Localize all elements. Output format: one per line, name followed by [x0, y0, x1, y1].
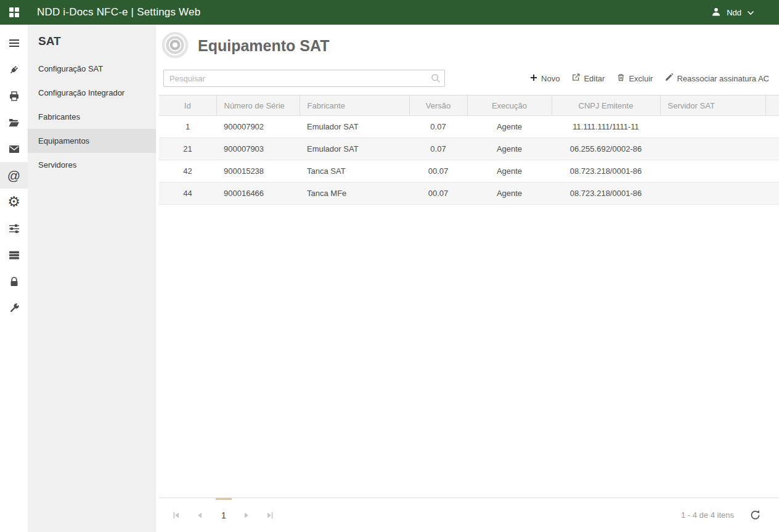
cell[interactable]: 0.07 — [409, 116, 467, 138]
column-header[interactable]: Execução — [467, 96, 552, 116]
cell[interactable]: 44 — [159, 182, 216, 205]
pager-status: 1 - 4 de 4 itens — [681, 510, 761, 520]
cell[interactable]: 900015238 — [216, 160, 300, 182]
column-header[interactable]: Servidor SAT — [660, 96, 765, 116]
action-buttons: Novo Editar Excluir — [530, 73, 769, 83]
edit-icon — [572, 73, 580, 83]
cell[interactable]: 1 — [159, 116, 216, 138]
cell[interactable]: 900007903 — [216, 138, 300, 160]
cell[interactable]: 42 — [159, 160, 216, 182]
cell[interactable]: 0.07 — [409, 138, 467, 160]
novo-button[interactable]: Novo — [530, 74, 560, 83]
lock-icon[interactable] — [0, 268, 28, 295]
cell[interactable]: 08.723.218/0001-86 — [552, 160, 660, 182]
sidebar: SAT Configuração SAT Configuração Integr… — [28, 25, 156, 532]
sidebar-item-configuracao-sat[interactable]: Configuração SAT — [28, 57, 156, 81]
sidebar-item-servidores[interactable]: Servidores — [28, 153, 156, 177]
server-icon[interactable] — [0, 242, 28, 268]
cell[interactable] — [660, 160, 765, 182]
table-header: IdNúmero de SérieFabricanteVersãoExecuçã… — [159, 96, 779, 116]
pager-nav: 1 — [168, 498, 285, 532]
sidebar-item-equipamentos[interactable]: Equipamentos — [28, 129, 156, 153]
editar-button[interactable]: Editar — [572, 73, 605, 83]
table-row[interactable]: 42900015238Tanca SAT00.07Agente08.723.21… — [159, 160, 779, 182]
trash-icon — [617, 73, 625, 83]
column-header[interactable]: CNPJ Emitente — [552, 96, 660, 116]
cell[interactable]: 900016466 — [216, 182, 300, 205]
pager: 1 1 - 4 de 4 itens — [159, 497, 779, 532]
column-header-spacer — [765, 96, 779, 116]
cell[interactable] — [660, 138, 765, 160]
main-content: Equipamento SAT Novo — [156, 25, 779, 532]
sliders-icon[interactable] — [0, 215, 28, 242]
pager-last-button[interactable] — [261, 498, 279, 532]
cell[interactable]: Agente — [467, 160, 552, 182]
cell-spacer — [765, 138, 779, 160]
sat-rings-icon — [161, 31, 189, 61]
cell[interactable]: 00.07 — [409, 160, 467, 182]
cell-spacer — [765, 182, 779, 205]
cell[interactable]: Emulador SAT — [300, 138, 409, 160]
icon-rail: @ ⚙ — [0, 25, 28, 532]
gear-icon[interactable]: ⚙ — [0, 189, 28, 215]
column-header[interactable]: Id — [159, 96, 216, 116]
cell[interactable]: 06.255.692/0002-86 — [552, 138, 660, 160]
reassociar-button[interactable]: Reassociar assinatura AC — [665, 73, 769, 83]
cell[interactable]: Agente — [467, 116, 552, 138]
equipment-table: IdNúmero de SérieFabricanteVersãoExecuçã… — [159, 95, 779, 205]
grid-empty-area — [159, 205, 779, 497]
top-bar: NDD i-Docs NFC-e | Settings Web Ndd — [0, 0, 779, 25]
table-row[interactable]: 44900016466Tanca MFe00.07Agente08.723.21… — [159, 182, 779, 205]
column-header[interactable]: Versão — [409, 96, 467, 116]
cell[interactable]: 21 — [159, 138, 216, 160]
table-row[interactable]: 21900007903Emulador SAT0.07Agente06.255.… — [159, 138, 779, 160]
cell[interactable]: Emulador SAT — [300, 116, 409, 138]
toolbar: Novo Editar Excluir — [163, 69, 769, 88]
plus-icon — [530, 74, 537, 83]
cell[interactable]: Agente — [467, 138, 552, 160]
pager-prev-button[interactable] — [191, 498, 208, 532]
wrench-icon[interactable] — [0, 295, 28, 321]
cell-spacer — [765, 160, 779, 182]
search-icon[interactable] — [431, 73, 441, 85]
plug-icon[interactable] — [0, 56, 28, 83]
sidebar-item-fabricantes[interactable]: Fabricantes — [28, 105, 156, 129]
pager-first-button[interactable] — [168, 498, 185, 532]
cell[interactable] — [660, 182, 765, 205]
user-icon — [711, 7, 721, 18]
column-header[interactable]: Número de Série — [216, 96, 300, 116]
page-title: Equipamento SAT — [198, 37, 329, 55]
app-shell: @ ⚙ — [0, 25, 779, 532]
chevron-down-icon — [747, 8, 754, 17]
refresh-button[interactable] — [750, 510, 761, 520]
cell[interactable]: 11.111.111/1111-11 — [552, 116, 660, 138]
pager-info: 1 - 4 de 4 itens — [681, 510, 734, 520]
cell[interactable]: 900007902 — [216, 116, 300, 138]
sidebar-menu: Configuração SAT Configuração Integrador… — [28, 57, 156, 177]
cell[interactable] — [660, 116, 765, 138]
printer-icon[interactable] — [0, 83, 28, 109]
excluir-button[interactable]: Excluir — [617, 73, 653, 83]
table-row[interactable]: 1900007902Emulador SAT0.07Agente11.111.1… — [159, 116, 779, 138]
app-window: NDD i-Docs NFC-e | Settings Web Ndd — [0, 0, 779, 532]
cell[interactable]: 00.07 — [409, 182, 467, 205]
cell[interactable]: 08.723.218/0001-86 — [552, 182, 660, 205]
app-title: NDD i-Docs NFC-e | Settings Web — [37, 6, 200, 18]
user-name: Ndd — [727, 8, 741, 17]
cell[interactable]: Tanca SAT — [300, 160, 409, 182]
pager-page-1[interactable]: 1 — [214, 498, 233, 532]
pager-next-button[interactable] — [238, 498, 255, 532]
menu-icon[interactable] — [0, 30, 28, 56]
cell[interactable]: Agente — [467, 182, 552, 205]
sidebar-item-configuracao-integrador[interactable]: Configuração Integrador — [28, 81, 156, 105]
apps-grid-icon[interactable] — [9, 7, 20, 18]
column-header[interactable]: Fabricante — [300, 96, 409, 116]
search-input[interactable] — [163, 70, 445, 87]
user-menu[interactable]: Ndd — [711, 7, 754, 18]
cell[interactable]: Tanca MFe — [300, 182, 409, 205]
pencil-icon — [665, 73, 673, 83]
page-header: Equipamento SAT — [156, 25, 779, 67]
at-sign-icon[interactable]: @ — [0, 162, 28, 189]
folder-icon[interactable] — [0, 109, 28, 136]
mail-icon[interactable] — [0, 136, 28, 162]
